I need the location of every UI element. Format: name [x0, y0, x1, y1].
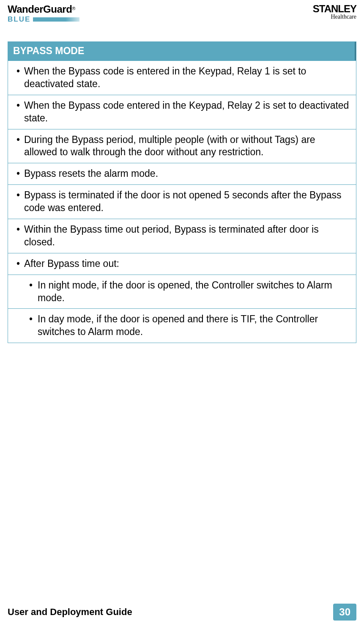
- page-number: 30: [333, 604, 356, 621]
- stanley-logo: STANLEY Healthcare: [313, 4, 356, 20]
- table-row: When the Bypass code entered in the Keyp…: [8, 95, 356, 129]
- company-name: STANLEY: [313, 4, 356, 14]
- table-row: When the Bypass code is entered in the K…: [8, 60, 356, 95]
- brand-subtitle: BLUE: [8, 15, 30, 24]
- wanderguard-logo: WanderGuard® BLUE: [8, 4, 79, 24]
- table-row: In day mode, if the door is opened and t…: [8, 308, 356, 343]
- table-row: Within the Bypass time out period, Bypas…: [8, 219, 356, 253]
- page-footer: User and Deployment Guide 30: [8, 604, 356, 621]
- brand-accent-bar: [33, 17, 79, 22]
- table-row: Bypass resets the alarm mode.: [8, 163, 356, 184]
- table-title: BYPASS MODE: [8, 42, 356, 60]
- table-row: In night mode, if the door is opened, th…: [8, 275, 356, 309]
- footer-guide-text: User and Deployment Guide: [8, 607, 132, 618]
- brand-name: WanderGuard: [8, 3, 72, 15]
- table-row: Bypass is terminated if the door is not …: [8, 184, 356, 219]
- bypass-mode-table: BYPASS MODE When the Bypass code is ente…: [8, 41, 356, 343]
- registered-mark: ®: [72, 6, 75, 11]
- table-row: After Bypass time out:: [8, 253, 356, 275]
- table-row: During the Bypass period, multiple peopl…: [8, 129, 356, 163]
- page-header: WanderGuard® BLUE STANLEY Healthcare: [8, 4, 356, 29]
